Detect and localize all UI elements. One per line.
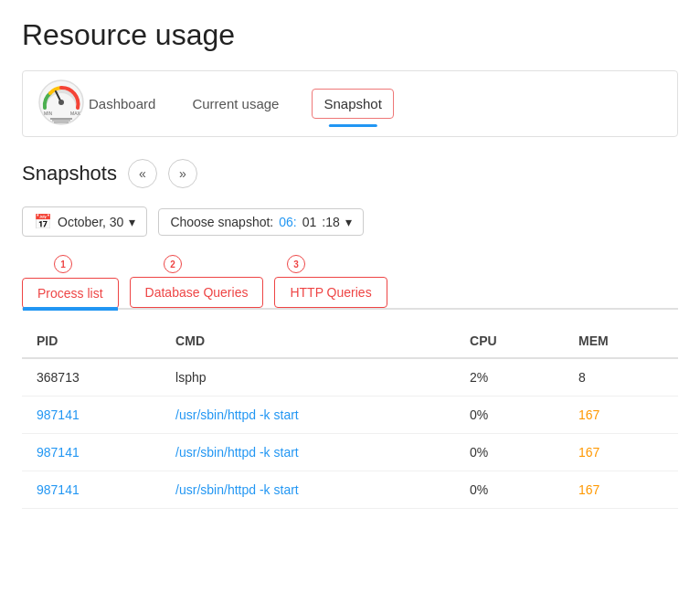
process-table: PID CMD CPU MEM 368713 lsphp 2% 8 (22, 324, 678, 509)
table-row: 987141 /usr/sbin/httpd -k start 0% 167 (22, 434, 678, 471)
step-indicators-row: 1 2 3 (22, 255, 678, 273)
pid-cell: 987141 (22, 434, 161, 471)
cpu-cell: 0% (455, 471, 564, 509)
step-badge-3: 3 (287, 255, 305, 273)
step-badge-2: 2 (164, 255, 182, 273)
mem-value: 8 (578, 370, 586, 385)
snapshot-dropdown-icon: ▾ (345, 215, 352, 229)
col-cmd: CMD (161, 324, 455, 358)
mem-cell: 8 (564, 358, 678, 397)
svg-point-2 (58, 100, 64, 105)
cmd-cell: lsphp (161, 358, 455, 397)
cmd-link[interactable]: /usr/sbin/httpd -k start (175, 407, 299, 422)
col-mem: MEM (564, 324, 678, 358)
mem-cell: 167 (564, 434, 678, 471)
date-label: October, 30 (58, 215, 123, 229)
svg-text:MIN: MIN (44, 111, 53, 116)
snapshot-time-2: 01 (302, 215, 317, 229)
cmd-cell: /usr/sbin/httpd -k start (161, 471, 455, 509)
cpu-value: 0% (470, 445, 488, 460)
page-title: Resource usage (22, 18, 678, 52)
mem-value: 167 (578, 407, 599, 422)
table-header-row: PID CMD CPU MEM (22, 324, 678, 358)
cmd-cell: /usr/sbin/httpd -k start (161, 397, 455, 434)
snapshot-time-3: :18 (322, 215, 339, 229)
cpu-cell: 0% (455, 434, 564, 471)
section-header: Snapshots « » (22, 159, 678, 188)
mem-cell: 167 (564, 471, 678, 509)
cmd-link[interactable]: /usr/sbin/httpd -k start (175, 445, 299, 460)
pid-link[interactable]: 987141 (37, 407, 80, 422)
step-badge-1: 1 (54, 255, 72, 273)
snapshots-title: Snapshots (22, 162, 117, 185)
snapshot-select-button[interactable]: Choose snapshot: 06:01:18 ▾ (158, 208, 363, 236)
pid-link[interactable]: 987141 (37, 482, 80, 497)
prev-snapshot-button[interactable]: « (128, 159, 157, 188)
pid-cell: 987141 (22, 397, 161, 434)
controls-row: 📅 October, 30 ▾ Choose snapshot: 06:01:1… (22, 206, 678, 237)
table-row: 368713 lsphp 2% 8 (22, 358, 678, 397)
col-pid: PID (22, 324, 161, 358)
mem-value: 167 (578, 445, 599, 460)
table-header: PID CMD CPU MEM (22, 324, 678, 358)
tab-bar: MIN MAX Dashboard Current usage Snapshot (22, 70, 678, 137)
cpu-cell: 2% (455, 358, 564, 397)
cmd-cell: /usr/sbin/httpd -k start (161, 434, 455, 471)
sub-tabs: Process list Database Queries HTTP Queri… (22, 277, 678, 310)
col-cpu: CPU (455, 324, 564, 358)
cpu-value: 0% (470, 407, 488, 422)
pid-cell: 368713 (22, 358, 161, 397)
page-container: Resource usage MIN MAX (0, 0, 700, 527)
tab-snapshot[interactable]: Snapshot (312, 89, 393, 119)
cpu-value: 2% (470, 370, 488, 385)
snapshot-time-1: 06: (279, 215, 296, 229)
active-tab-indicator (23, 307, 118, 310)
logo: MIN MAX (37, 79, 85, 129)
table-body: 368713 lsphp 2% 8 987141 /usr/sbin/http (22, 358, 678, 509)
pid-link[interactable]: 987141 (37, 445, 80, 460)
tabs: Dashboard Current usage Snapshot (85, 89, 663, 119)
sub-tab-process-list[interactable]: Process list (22, 278, 119, 309)
pid-value: 368713 (37, 370, 80, 385)
table-row: 987141 /usr/sbin/httpd -k start 0% 167 (22, 471, 678, 509)
date-picker-button[interactable]: 📅 October, 30 ▾ (22, 206, 147, 237)
tab-current-usage[interactable]: Current usage (188, 89, 282, 119)
tab-dashboard[interactable]: Dashboard (85, 89, 159, 119)
calendar-icon: 📅 (34, 213, 52, 230)
table-row: 987141 /usr/sbin/httpd -k start 0% 167 (22, 397, 678, 434)
mem-value: 167 (578, 482, 599, 497)
snapshot-prefix: Choose snapshot: (170, 215, 273, 229)
pid-cell: 987141 (22, 471, 161, 509)
sub-tabs-container: Process list Database Queries HTTP Queri… (22, 277, 678, 310)
next-snapshot-button[interactable]: » (168, 159, 197, 188)
date-dropdown-icon: ▾ (129, 215, 135, 229)
cmd-value: lsphp (175, 370, 206, 385)
cpu-value: 0% (470, 482, 488, 497)
svg-text:MAX: MAX (70, 111, 81, 116)
mem-cell: 167 (564, 397, 678, 434)
sub-tab-database-queries[interactable]: Database Queries (130, 277, 264, 308)
cpu-cell: 0% (455, 397, 564, 434)
cmd-link[interactable]: /usr/sbin/httpd -k start (175, 482, 299, 497)
sub-tab-http-queries[interactable]: HTTP Queries (274, 277, 387, 308)
